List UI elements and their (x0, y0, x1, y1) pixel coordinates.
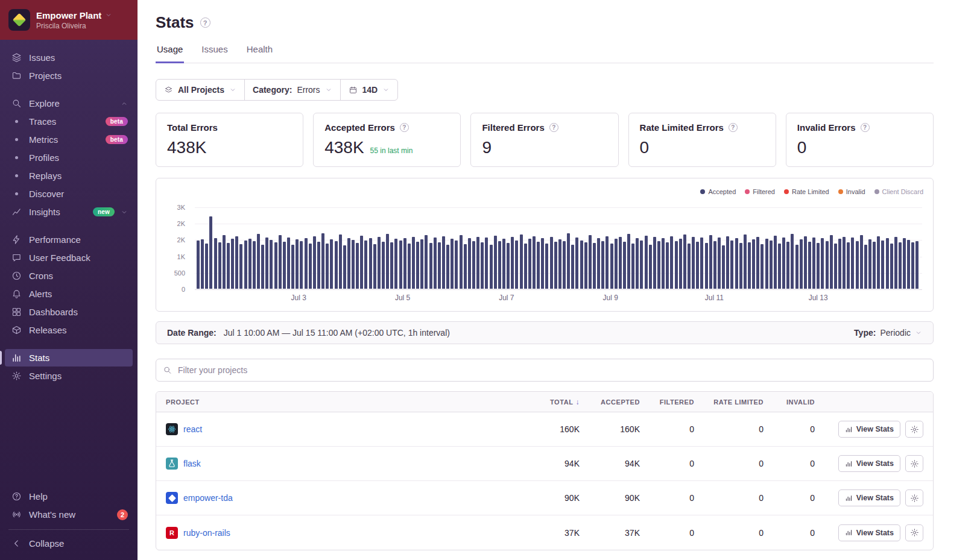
view-stats-button[interactable]: View Stats (838, 455, 900, 472)
sidebar-item-performance[interactable]: Performance (5, 231, 133, 248)
chevron-down-icon (382, 86, 390, 93)
chart-bar (412, 237, 415, 289)
y-axis-label: 1K (177, 253, 185, 260)
sidebar: Empower Plant Priscila Oliveira IssuesPr… (0, 0, 138, 560)
project-cell: react (166, 423, 525, 435)
legend-item-filtered[interactable]: Filtered (745, 188, 775, 195)
sidebar-item-user-feedback[interactable]: User Feedback (5, 249, 133, 266)
tab-issues[interactable]: Issues (200, 44, 229, 63)
legend-item-accepted[interactable]: Accepted (700, 188, 736, 195)
chart-bar (696, 242, 699, 289)
sidebar-item-label: Releases (29, 325, 67, 335)
column-header-rate-limited[interactable]: RATE LIMITED (694, 398, 764, 406)
sidebar-item-metrics[interactable]: Metricsbeta (5, 131, 133, 148)
project-settings-button[interactable] (905, 489, 923, 506)
chevron-down-icon (105, 11, 112, 19)
project-settings-button[interactable] (905, 421, 923, 438)
chart-bar (296, 239, 299, 289)
cell-filtered: 0 (640, 459, 694, 468)
chart-bar (403, 238, 406, 289)
sidebar-item-explore[interactable]: Explore (5, 95, 133, 112)
chart-bar (209, 216, 212, 289)
project-settings-button[interactable] (905, 524, 923, 541)
org-switcher[interactable]: Empower Plant Priscila Oliveira (0, 0, 138, 40)
chart-bar (739, 243, 742, 289)
chart-bar (205, 244, 208, 289)
sidebar-item-discover[interactable]: Discover (5, 185, 133, 203)
chart-bar (567, 233, 570, 289)
chart-bar (683, 234, 686, 289)
legend-item-client-discard[interactable]: Client Discard (874, 188, 923, 195)
sidebar-item-dashboards[interactable]: Dashboards (5, 303, 133, 321)
sidebar-item-releases[interactable]: Releases (5, 321, 133, 339)
chart-bar (511, 237, 514, 289)
chart-bar (537, 242, 540, 289)
legend-item-invalid[interactable]: Invalid (838, 188, 865, 195)
sidebar-item-what-s-new[interactable]: What's new2 (5, 506, 133, 523)
column-header-invalid[interactable]: INVALID (764, 398, 815, 406)
column-header-total[interactable]: TOTAL↓ (525, 398, 580, 406)
legend-item-rate-limited[interactable]: Rate Limited (784, 188, 829, 195)
chart-legend: AcceptedFilteredRate LimitedInvalidClien… (700, 188, 923, 195)
column-header-project[interactable]: PROJECT (166, 398, 525, 406)
sidebar-item-traces[interactable]: Tracesbeta (5, 113, 133, 130)
chart-bar (765, 239, 768, 289)
period-filter-dropdown[interactable]: 14D (341, 80, 398, 100)
stats-icon (10, 353, 23, 363)
project-link[interactable]: flask (183, 459, 201, 468)
chart-bar (472, 241, 475, 289)
x-axis-label: Jul 9 (602, 294, 618, 302)
chart-bar (455, 241, 458, 289)
chart-bar (709, 235, 712, 289)
chart-bar (364, 241, 367, 289)
view-stats-button[interactable]: View Stats (838, 524, 900, 541)
project-filter-dropdown[interactable]: All Projects (156, 80, 245, 100)
help-icon[interactable]: ? (549, 123, 558, 132)
chart-bar (460, 235, 463, 289)
chart-bar (507, 243, 510, 289)
chart-bar (649, 245, 652, 289)
page-help-icon[interactable]: ? (200, 17, 210, 28)
sidebar-item-issues[interactable]: Issues (5, 49, 133, 66)
tab-health[interactable]: Health (245, 44, 274, 63)
project-settings-button[interactable] (905, 455, 923, 472)
help-icon[interactable]: ? (729, 123, 738, 132)
sidebar-item-settings[interactable]: Settings (5, 367, 133, 385)
sidebar-item-alerts[interactable]: Alerts (5, 285, 133, 303)
chart-bar (615, 239, 618, 289)
help-icon[interactable]: ? (400, 123, 409, 132)
cell-rate_limited: 0 (694, 459, 764, 468)
sidebar-item-replays[interactable]: Replays (5, 167, 133, 184)
column-header-filtered[interactable]: FILTERED (640, 398, 694, 406)
project-link[interactable]: ruby-on-rails (183, 528, 230, 538)
chart-bar (291, 245, 294, 289)
sidebar-item-profiles[interactable]: Profiles (5, 149, 133, 166)
sidebar-item-projects[interactable]: Projects (5, 67, 133, 84)
project-link[interactable]: react (183, 424, 202, 434)
type-dropdown[interactable]: Type: Periodic (854, 328, 922, 338)
sidebar-item-insights[interactable]: Insightsnew (5, 203, 133, 221)
view-stats-button[interactable]: View Stats (838, 421, 900, 438)
card-title: Rate Limited Errors? (640, 122, 765, 133)
type-label: Type: (854, 328, 876, 338)
view-stats-button[interactable]: View Stats (838, 489, 900, 506)
project-link[interactable]: empower-tda (183, 493, 233, 503)
sidebar-item-help[interactable]: Help (5, 488, 133, 505)
chart-bar (468, 238, 471, 289)
project-search-input[interactable] (156, 359, 934, 382)
chart-bar (804, 236, 807, 289)
sidebar-item-collapse[interactable]: Collapse (5, 535, 133, 552)
chart-bar (223, 235, 226, 289)
sidebar-item-crons[interactable]: Crons (5, 267, 133, 285)
chart-bar (752, 239, 755, 289)
category-filter-dropdown[interactable]: Category: Errors (245, 80, 340, 100)
projects-icon (10, 71, 23, 81)
settings-icon (10, 371, 23, 381)
help-icon[interactable]: ? (861, 123, 870, 132)
tab-usage[interactable]: Usage (156, 44, 184, 63)
sidebar-item-stats[interactable]: Stats (5, 349, 133, 367)
chart-bar (558, 239, 561, 289)
react-logo-icon (166, 423, 178, 435)
column-header-accepted[interactable]: ACCEPTED (580, 398, 640, 406)
chart-bar (791, 234, 794, 289)
